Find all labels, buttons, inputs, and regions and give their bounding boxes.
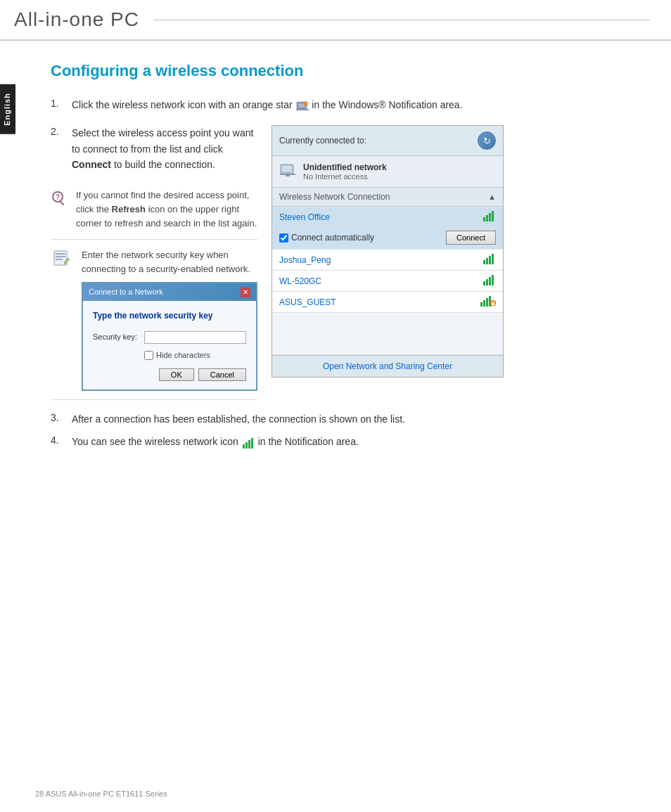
svg-rect-24 bbox=[492, 254, 494, 264]
step-2-left: 2. Select the wireless access point you … bbox=[51, 125, 257, 400]
step-3-number: 3. bbox=[51, 411, 72, 423]
svg-rect-23 bbox=[489, 256, 491, 264]
signal-icon-asus-guest bbox=[480, 295, 496, 309]
header-title: All-in-one PC bbox=[14, 8, 139, 31]
svg-rect-14 bbox=[282, 166, 292, 172]
network-item-steven-office[interactable]: Steven Office bbox=[272, 207, 503, 228]
wireless-icon bbox=[296, 100, 307, 111]
svg-rect-34 bbox=[492, 303, 494, 305]
svg-rect-20 bbox=[492, 211, 494, 221]
network-panel: Currently connected to: ↻ bbox=[271, 125, 504, 378]
step-3-text: After a connection has been established,… bbox=[72, 411, 405, 427]
step-3: 3. After a connection has been establish… bbox=[51, 411, 643, 427]
step-2-number: 2. bbox=[51, 125, 72, 137]
svg-rect-8 bbox=[56, 253, 65, 254]
step-4: 4. You can see the wireless network icon… bbox=[51, 434, 643, 449]
svg-rect-15 bbox=[280, 174, 295, 175]
step-2-text: Select the wireless access point you wan… bbox=[72, 125, 257, 172]
unidentified-network-icon bbox=[279, 162, 298, 181]
collapse-arrow-icon[interactable]: ▲ bbox=[488, 193, 496, 201]
step-1-text: Click the wireless network icon with an … bbox=[72, 97, 463, 112]
dialog-ok-button[interactable]: OK bbox=[159, 368, 194, 381]
network-name-wl520gc: WL-520GC bbox=[279, 276, 321, 286]
connect-button[interactable]: Connect bbox=[446, 231, 496, 245]
step-4-text: You can see the wireless network icon in… bbox=[72, 434, 359, 449]
network-item-wl520gc-row: WL-520GC bbox=[279, 274, 496, 288]
note-2-text: Enter the network security key when conn… bbox=[82, 248, 257, 391]
dialog-title-bar: Connect to a Network ✕ bbox=[83, 283, 256, 301]
svg-rect-27 bbox=[489, 277, 491, 285]
signal-icon-steven-office bbox=[483, 210, 496, 224]
refresh-button[interactable]: ↻ bbox=[478, 131, 496, 150]
note-1-text: If you cannot find the desired access po… bbox=[76, 188, 257, 231]
network-name-steven-office: Steven Office bbox=[279, 212, 330, 222]
page-title: Configuring a wireless connection bbox=[51, 62, 643, 80]
svg-rect-36 bbox=[245, 442, 248, 449]
connected-section: Unidentified network No Internet access bbox=[272, 156, 503, 188]
dialog-subtitle: Type the network security key bbox=[93, 309, 246, 323]
step-2-row: 2. Select the wireless access point you … bbox=[51, 125, 643, 400]
network-item-asus-guest-row: ASUS_GUEST bbox=[279, 295, 496, 309]
panel-spacer bbox=[272, 313, 503, 355]
svg-rect-18 bbox=[486, 215, 488, 221]
open-network-link-anchor[interactable]: Open Network and Sharing Center bbox=[323, 361, 452, 371]
svg-rect-9 bbox=[56, 256, 65, 257]
connect-automatically-row: Connect automatically Connect bbox=[272, 228, 503, 250]
svg-line-6 bbox=[60, 202, 63, 205]
security-key-input[interactable] bbox=[144, 331, 246, 344]
unidentified-network: Unidentified network No Internet access bbox=[279, 162, 496, 181]
svg-rect-25 bbox=[483, 281, 485, 285]
security-key-label: Security key: bbox=[93, 331, 139, 343]
signal-icon-wl520gc bbox=[483, 274, 496, 288]
network-item-wl520gc[interactable]: WL-520GC bbox=[272, 271, 503, 292]
step-2: 2. Select the wireless access point you … bbox=[51, 125, 257, 172]
dialog-cancel-button[interactable]: Cancel bbox=[198, 368, 246, 381]
svg-text:?: ? bbox=[56, 193, 60, 201]
svg-rect-17 bbox=[483, 217, 485, 221]
signal-icon-joshua-peng bbox=[483, 253, 496, 266]
svg-rect-16 bbox=[286, 175, 290, 176]
svg-rect-38 bbox=[251, 438, 253, 449]
network-item-joshua-peng[interactable]: Joshua_Peng bbox=[272, 250, 503, 271]
svg-rect-10 bbox=[56, 259, 63, 260]
note-2: Enter the network security key when conn… bbox=[51, 240, 257, 400]
svg-rect-32 bbox=[489, 296, 491, 307]
step-4-number: 4. bbox=[51, 434, 72, 446]
svg-rect-37 bbox=[248, 440, 250, 449]
footer: 28 ASUS All-in-one PC ET1611 Series bbox=[35, 790, 167, 798]
network-item-asus-guest[interactable]: ASUS_GUEST bbox=[272, 292, 503, 313]
svg-rect-29 bbox=[480, 302, 483, 307]
notes-area: ? If you cannot find the desired access … bbox=[51, 180, 257, 400]
note-1-icon: ? bbox=[51, 188, 66, 208]
dialog-close-button[interactable]: ✕ bbox=[241, 288, 250, 297]
svg-rect-2 bbox=[296, 109, 309, 110]
svg-rect-19 bbox=[489, 213, 491, 221]
svg-rect-26 bbox=[486, 279, 488, 285]
unidentified-text: Unidentified network No Internet access bbox=[303, 162, 387, 181]
svg-rect-31 bbox=[486, 298, 488, 307]
connect-auto-checkbox[interactable] bbox=[279, 233, 288, 243]
wireless-icon-2 bbox=[243, 437, 254, 449]
step-1: 1. Click the wireless network icon with … bbox=[51, 97, 643, 112]
svg-rect-21 bbox=[483, 260, 485, 264]
panel-header: Currently connected to: ↻ bbox=[272, 126, 503, 156]
note-2-icon bbox=[51, 248, 72, 268]
open-network-link: Open Network and Sharing Center bbox=[272, 355, 503, 377]
bottom-steps: 3. After a connection has been establish… bbox=[51, 411, 643, 450]
hide-characters-checkbox[interactable] bbox=[144, 351, 153, 360]
svg-rect-30 bbox=[483, 300, 485, 307]
wireless-section-header: Wireless Network Connection ▲ bbox=[272, 188, 503, 207]
network-name-joshua-peng: Joshua_Peng bbox=[279, 255, 331, 265]
network-item-joshua-peng-row: Joshua_Peng bbox=[279, 253, 496, 266]
svg-rect-35 bbox=[243, 444, 245, 449]
header: All-in-one PC bbox=[0, 0, 671, 41]
currently-connected-label: Currently connected to: bbox=[279, 136, 366, 146]
network-item-steven-office-row: Steven Office bbox=[279, 210, 496, 224]
svg-rect-28 bbox=[492, 275, 494, 285]
step-1-number: 1. bbox=[51, 97, 72, 109]
dialog-buttons: OK Cancel bbox=[93, 368, 246, 381]
dialog-body: Type the network security key Security k… bbox=[83, 301, 256, 389]
network-name-asus-guest: ASUS_GUEST bbox=[279, 297, 336, 307]
security-key-field: Security key: bbox=[93, 331, 246, 344]
hide-characters-label: Hide characters bbox=[156, 349, 210, 361]
